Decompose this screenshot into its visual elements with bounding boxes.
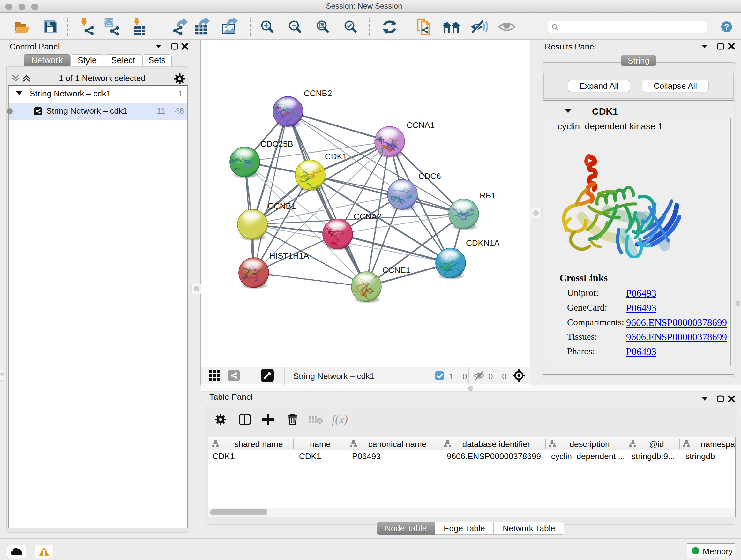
svg-text:CCNA2: CCNA2 xyxy=(354,212,382,221)
svg-text:RB1: RB1 xyxy=(480,191,496,200)
svg-text:CCNB2: CCNB2 xyxy=(304,88,332,98)
svg-text:CDC25B: CDC25B xyxy=(260,139,293,149)
svg-text:CCNA1: CCNA1 xyxy=(407,120,434,130)
svg-text:CCNB1: CCNB1 xyxy=(268,201,296,211)
svg-text:HIST1H1A: HIST1H1A xyxy=(269,251,309,260)
svg-text:CDC6: CDC6 xyxy=(418,172,441,181)
svg-text:CDKN1A: CDKN1A xyxy=(466,238,500,248)
svg-text:CDK1: CDK1 xyxy=(325,152,347,161)
svg-text:CCNE1: CCNE1 xyxy=(382,265,410,275)
